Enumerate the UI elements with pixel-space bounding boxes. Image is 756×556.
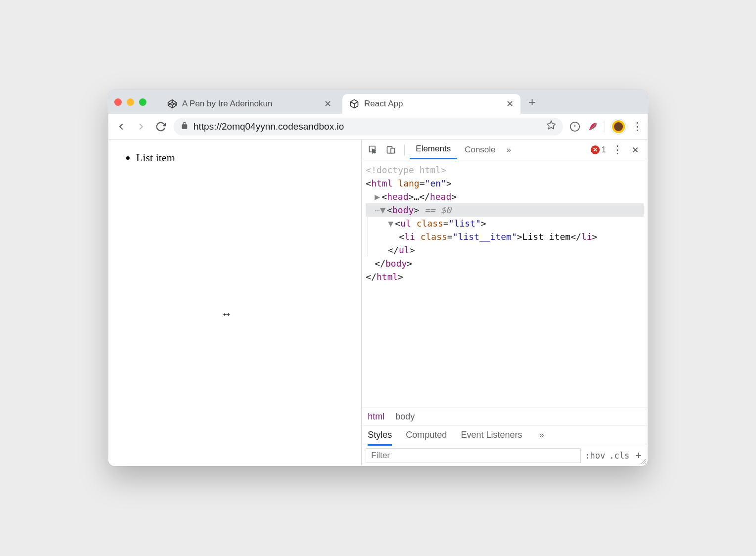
browser-window: A Pen by Ire Aderinokun ✕ React App ✕ + …: [108, 90, 648, 466]
error-indicator[interactable]: ✕ 1: [591, 145, 606, 155]
tab-elements[interactable]: Elements: [410, 140, 457, 159]
crumb-html[interactable]: html: [368, 412, 384, 422]
window-controls: [114, 98, 146, 106]
back-button[interactable]: [114, 120, 128, 134]
error-icon: ✕: [591, 145, 600, 154]
dom-node-body-selected[interactable]: ⋯▼<body> == $0: [366, 203, 644, 217]
tab-styles[interactable]: Styles: [368, 430, 392, 446]
styles-filter-row: :hov .cls +: [362, 445, 648, 466]
hov-toggle[interactable]: :hov: [585, 451, 605, 461]
svg-rect-9: [391, 148, 395, 153]
dom-node-ul[interactable]: ▼<ul class="list">: [368, 217, 644, 230]
tab-console[interactable]: Console: [459, 141, 501, 159]
dom-node-li[interactable]: <li class="list__item">List item</li>: [368, 230, 644, 243]
content-area: List item ↔ Elements Console » ✕ 1: [108, 139, 648, 466]
browser-tab-inactive[interactable]: A Pen by Ire Aderinokun ✕: [160, 94, 338, 114]
tab-computed[interactable]: Computed: [406, 430, 447, 440]
new-tab-button[interactable]: +: [524, 94, 540, 110]
inspect-element-icon[interactable]: [366, 142, 380, 157]
device-toolbar-icon[interactable]: [383, 142, 398, 157]
profile-avatar[interactable]: [611, 119, 626, 134]
dom-node-body-close[interactable]: </body>: [366, 257, 644, 270]
page-list: List item: [126, 151, 355, 164]
crumb-body[interactable]: body: [395, 412, 415, 422]
maximize-window-button[interactable]: [139, 98, 146, 106]
dom-node-head[interactable]: ▶<head>…</head>: [366, 190, 644, 203]
devtools-panel: Elements Console » ✕ 1 ⋮ <!doctype html>…: [362, 139, 648, 466]
reload-button[interactable]: [154, 120, 168, 134]
resize-cursor-icon: ↔: [221, 308, 232, 321]
codesandbox-icon: [349, 99, 359, 109]
browser-menu-button[interactable]: ⋮: [632, 120, 642, 133]
url-text: https://2omq04yynn.codesandbox.io: [193, 121, 541, 132]
dom-breadcrumb: html body: [362, 408, 648, 425]
extension-feather-icon[interactable]: [587, 121, 599, 133]
styles-filter-input[interactable]: [366, 448, 581, 463]
tab-event-listeners[interactable]: Event Listeners: [461, 430, 522, 440]
forward-button[interactable]: [134, 120, 148, 134]
styles-tab-bar: Styles Computed Event Listeners »: [362, 425, 648, 445]
cls-toggle[interactable]: .cls: [609, 451, 629, 461]
close-window-button[interactable]: [114, 98, 122, 106]
devtools-menu-button[interactable]: ⋮: [612, 143, 622, 156]
bookmark-star-icon[interactable]: [546, 120, 556, 133]
close-tab-icon[interactable]: ✕: [506, 98, 514, 109]
more-styles-tabs-icon[interactable]: »: [536, 430, 547, 440]
tab-title: A Pen by Ire Aderinokun: [182, 99, 319, 109]
extension-icon[interactable]: [569, 121, 581, 133]
dom-node-html-close[interactable]: </html>: [366, 270, 644, 283]
dom-doctype: <!doctype html>: [366, 165, 446, 175]
dom-node-ul-close[interactable]: </ul>: [368, 243, 644, 257]
svg-marker-3: [547, 121, 556, 129]
codepen-icon: [167, 99, 177, 109]
dom-node-html[interactable]: <html lang="en">: [366, 177, 644, 190]
lock-icon: [181, 121, 189, 132]
close-devtools-icon[interactable]: [628, 142, 643, 157]
minimize-window-button[interactable]: [127, 98, 134, 106]
resize-handle-icon[interactable]: [640, 458, 646, 464]
devtools-tab-bar: Elements Console » ✕ 1 ⋮: [362, 139, 648, 160]
browser-toolbar: https://2omq04yynn.codesandbox.io ⋮: [108, 114, 648, 139]
list-item: List item: [136, 151, 355, 164]
error-count: 1: [602, 145, 606, 155]
tab-strip: A Pen by Ire Aderinokun ✕ React App ✕ +: [108, 90, 648, 114]
more-tabs-icon[interactable]: »: [504, 145, 514, 155]
dom-tree[interactable]: <!doctype html> <html lang="en"> ▶<head>…: [362, 160, 648, 408]
rendered-page: List item ↔: [108, 139, 362, 466]
address-bar[interactable]: https://2omq04yynn.codesandbox.io: [174, 118, 563, 136]
browser-tab-active[interactable]: React App ✕: [342, 94, 520, 114]
close-tab-icon[interactable]: ✕: [324, 98, 331, 109]
tab-title: React App: [364, 99, 501, 109]
